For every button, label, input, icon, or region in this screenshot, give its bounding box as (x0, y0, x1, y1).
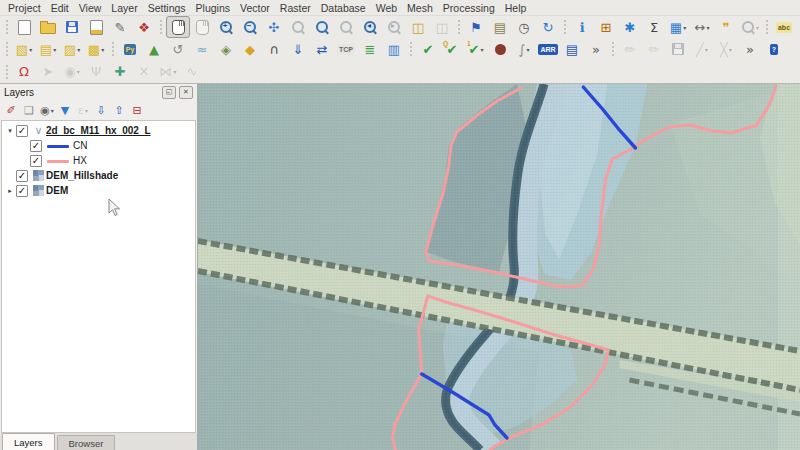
avoid-overlap-button[interactable]: ⋈▾ (156, 61, 180, 83)
menu-item-plugins[interactable]: Plugins (191, 2, 235, 14)
float-panel-button[interactable]: ◱ (162, 86, 176, 99)
style-manager-button[interactable]: ❖ (132, 16, 156, 38)
menu-item-settings[interactable]: Settings (143, 2, 191, 14)
tcp-plugin-button[interactable]: TCP (334, 38, 358, 60)
snap-intersection-button[interactable]: ✕ (132, 61, 156, 83)
panel-tab-layers[interactable]: Layers (2, 433, 55, 450)
menu-item-edit[interactable]: Edit (46, 2, 74, 14)
open-project-button[interactable] (36, 16, 60, 38)
menu-item-layer[interactable]: Layer (106, 2, 142, 14)
toolbar-grip[interactable] (6, 20, 8, 34)
dropdown-arrow-icon[interactable]: ▾ (480, 46, 483, 53)
layer-label-hx[interactable]: HX (73, 155, 87, 166)
dropdown-arrow-icon[interactable]: ▾ (756, 24, 759, 31)
new-3d-map-view-button[interactable]: ◫ (430, 16, 454, 38)
dropdown-arrow-icon[interactable]: ▾ (526, 46, 529, 53)
help-button[interactable]: ? (762, 38, 786, 60)
menu-item-project[interactable]: Project (3, 2, 46, 14)
zoom-out-button[interactable]: − (238, 16, 262, 38)
snap-visibility-button[interactable]: ◉▾ (60, 61, 84, 83)
toolbar-grip[interactable] (410, 42, 412, 56)
menu-item-help[interactable]: Help (500, 2, 532, 14)
measure-button[interactable]: ↔▾ (690, 16, 714, 38)
dropdown-arrow-icon[interactable]: ▾ (683, 24, 686, 31)
grass-plugin-button[interactable]: ∩ (262, 38, 286, 60)
tuflow-check-button[interactable]: ✔ (416, 38, 440, 60)
toolbar-grip[interactable] (6, 65, 8, 79)
pan-map-button[interactable] (166, 16, 190, 38)
snap-mode-button[interactable]: ➤ (36, 61, 60, 83)
layer-checkbox-hx[interactable]: ✓ (30, 155, 42, 167)
expand-all-button[interactable]: ⇩ (92, 101, 110, 119)
new-project-button[interactable] (12, 16, 36, 38)
select-by-location-button[interactable]: ▩▾ (84, 38, 108, 60)
topological-editing-button[interactable]: ✚ (108, 61, 132, 83)
save-project-button[interactable] (60, 16, 84, 38)
new-print-layout-button[interactable] (84, 16, 108, 38)
attribute-table-button[interactable]: ▦▾ (666, 16, 690, 38)
panel-tab-browser[interactable]: Browser (57, 435, 116, 450)
label-toolbar-button[interactable]: abc (772, 16, 796, 38)
report-tool-button[interactable]: ▤ (560, 38, 584, 60)
menu-item-view[interactable]: View (74, 2, 107, 14)
expander-icon[interactable]: ▸ (5, 187, 15, 195)
select-by-form-button[interactable]: ▤▾ (36, 38, 60, 60)
zoom-native-resolution-button[interactable] (334, 16, 358, 38)
remove-layer-button[interactable]: ⊟ (128, 101, 146, 119)
filter-legend-button[interactable]: ▼ (56, 101, 74, 119)
toolbar-grip[interactable] (6, 42, 8, 56)
layer-checkbox-dem[interactable]: ✓ (16, 185, 28, 197)
dropdown-arrow-icon[interactable]: ▾ (85, 107, 88, 114)
arr-tool-button[interactable]: ARR (536, 38, 560, 60)
attachment-button[interactable]: ∫▾ (512, 38, 536, 60)
dropdown-arrow-icon[interactable]: ▾ (77, 68, 80, 75)
collapse-all-button[interactable]: ⇧ (110, 101, 128, 119)
dropdown-arrow-icon[interactable]: ▾ (53, 46, 56, 53)
refresh-map-button[interactable]: ↻ (536, 16, 560, 38)
tracing-button[interactable]: ∿ (180, 61, 204, 83)
toolbar-overflow-4[interactable]: » (738, 38, 762, 60)
zoom-next-button[interactable]: ▸ (382, 16, 406, 38)
processing-toolbox-button[interactable]: ✱ (618, 16, 642, 38)
toolbar-grip[interactable] (112, 42, 114, 56)
menu-item-vector[interactable]: Vector (235, 2, 275, 14)
select-features-button[interactable]: ▧▾ (12, 38, 36, 60)
layer-checkbox-2d-bc-m11-hx-002-l[interactable]: ✓ (16, 125, 28, 137)
tuflow-check-q-button[interactable]: ✔Q (440, 38, 464, 60)
profile-plugin-button[interactable]: ≣ (358, 38, 382, 60)
tuflow-check-1d-button[interactable]: ✔1▾ (464, 38, 488, 60)
dropdown-arrow-icon[interactable]: ▾ (705, 46, 708, 53)
toolbar-grip[interactable] (160, 20, 162, 34)
orbit-plugin-button[interactable]: ↺ (166, 38, 190, 60)
layer-styling-button[interactable]: ✐ (2, 101, 20, 119)
dropdown-arrow-icon[interactable]: ▾ (101, 46, 104, 53)
zoom-to-layer-button[interactable] (310, 16, 334, 38)
layer-checkbox-dem-hillshade[interactable]: ✓ (16, 170, 28, 182)
dropdown-arrow-icon[interactable]: ▾ (706, 24, 709, 31)
zoom-to-selection-button[interactable] (286, 16, 310, 38)
download-layer-button[interactable]: ⇓ (286, 38, 310, 60)
tuflow-plugin-button[interactable] (488, 38, 512, 60)
close-panel-button[interactable]: ✕ (179, 86, 193, 99)
deselect-features-button[interactable]: ▨▾ (60, 38, 84, 60)
save-edits-button[interactable] (666, 38, 690, 60)
python-console-button[interactable]: Py (118, 38, 142, 60)
digitize-line-button[interactable]: ╱▾ (690, 38, 714, 60)
menu-item-database[interactable]: Database (316, 2, 371, 14)
toolbar-overflow-3[interactable]: » (584, 38, 608, 60)
digitizing-plugin-button[interactable]: ◈ (214, 38, 238, 60)
toggle-editing-button[interactable]: ✏ (642, 38, 666, 60)
terrain-plugin-button[interactable]: ▲ (142, 38, 166, 60)
hydrology-plugin-button[interactable]: ≈ (190, 38, 214, 60)
dropdown-arrow-icon[interactable]: ▾ (29, 46, 32, 53)
filter-expression-button[interactable]: ε▾ (74, 101, 92, 119)
zoom-in-button[interactable]: + (214, 16, 238, 38)
show-bookmarks-button[interactable]: ▤ (488, 16, 512, 38)
dropdown-arrow-icon[interactable]: ▾ (173, 68, 176, 75)
new-map-view-button[interactable]: ◫ (406, 16, 430, 38)
map-image-button[interactable]: ▥ (382, 38, 406, 60)
dropdown-arrow-icon[interactable]: ▾ (77, 46, 80, 53)
toolbar-grip[interactable] (766, 20, 768, 34)
web-maps-button[interactable]: ❂ (796, 16, 800, 38)
import-layer-button[interactable]: ⇄ (310, 38, 334, 60)
